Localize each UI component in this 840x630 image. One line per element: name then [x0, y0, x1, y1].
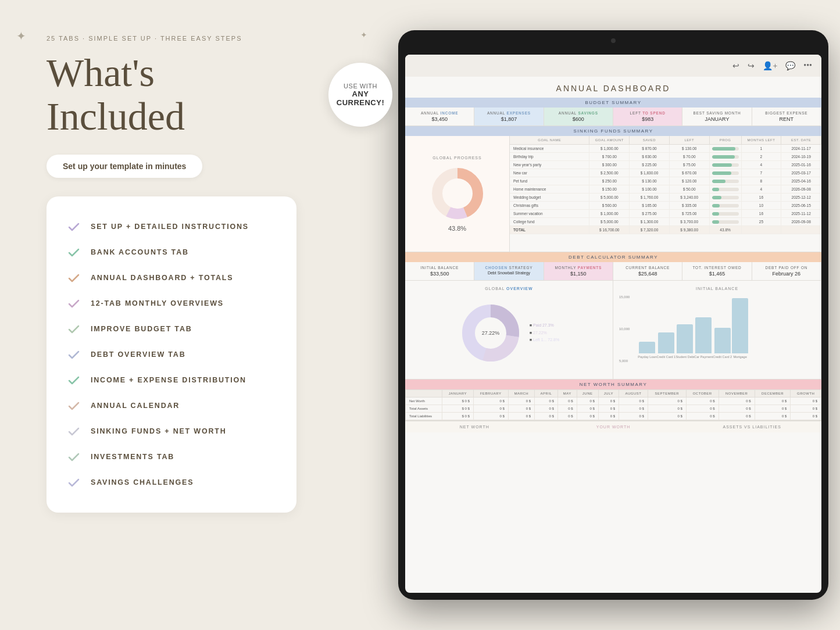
checklist-label-10: SAVINGS CHALLENGES	[91, 478, 194, 486]
checklist-label-5: DEBT OVERVIEW TAB	[91, 350, 185, 359]
nw-val: $ 0 $	[442, 398, 473, 405]
checklist-label-4: IMPROVE BUDGET TAB	[91, 325, 192, 333]
funds-row-date-2: 2025-01-16	[781, 161, 821, 169]
progress-fill-1	[712, 155, 735, 159]
bar-cc2-label: Credit Card 2	[713, 355, 732, 359]
bar-cc2-fill	[714, 328, 731, 353]
funds-row-2: New year's party $ 300.00 $ 225.00 $ 75.…	[510, 161, 821, 169]
funds-row-saved-1: $ 630.00	[630, 153, 670, 160]
funds-row-goal-4: $ 250.00	[589, 177, 630, 185]
donut-percentage: 43.8%	[448, 225, 466, 232]
nw-row-assets: Total Assets $ 0 $ 0 $ 0 $ 0 $ 0 $ 0 $ 0…	[406, 405, 821, 413]
global-progress-label: GLOBAL PROGRESS	[432, 156, 481, 160]
funds-row-left-1: $ 70.00	[670, 153, 710, 160]
bar-car-fill	[695, 317, 712, 353]
bar-payday-label: Payday Loan	[638, 355, 656, 359]
tablet-device: ↩ ↪ 👤+ 💬 ••• ANNUAL DASHBOARD BUDGET SUM…	[398, 30, 828, 600]
funds-row-goal-3: $ 2,500.00	[589, 169, 630, 177]
more-icon[interactable]: •••	[803, 61, 812, 70]
funds-col-name: GOAL NAME	[510, 136, 589, 144]
nw-col-jan: JANUARY	[442, 390, 473, 398]
checklist-item-4: IMPROVE BUDGET TAB	[67, 316, 276, 342]
global-overview-section: GLOBAL OVERVIEW 27.22% ■ Paid 27.3% ■ 27…	[405, 281, 613, 379]
checklist-card: SET UP + DETAILED INSTRUCTIONS BANK ACCO…	[47, 196, 296, 513]
funds-total-left: $ 9,380.00	[670, 226, 710, 234]
debt-payments: MONTHLY PAYMENTS $1,150	[544, 262, 613, 280]
progress-fill-4	[712, 180, 726, 183]
funds-row-saved-2: $ 225.00	[630, 161, 670, 169]
comment-icon[interactable]: 💬	[785, 61, 795, 71]
checklist-label-3: 12-TAB MONTHLY OVERVIEWS	[91, 299, 224, 307]
bottom-label-yw: YOUR WORTH	[544, 425, 683, 429]
funds-row-date-5: 2026-09-08	[781, 185, 821, 193]
funds-row-4: Pet fund $ 250.00 $ 130.00 $ 120.00 8 20…	[510, 177, 821, 185]
nw-label-networth: Net Worth	[406, 398, 442, 405]
funds-row-months-7: 10	[742, 202, 782, 209]
y-label-10k: 10,000	[619, 327, 630, 331]
nw-col-may: MAY	[557, 390, 577, 398]
funds-row-left-9: $ 3,700.00	[670, 218, 710, 225]
funds-row-goal-9: $ 5,000.00	[589, 218, 630, 225]
funds-row-left-5: $ 50.00	[670, 185, 710, 193]
checklist-item-3: 12-TAB MONTHLY OVERVIEWS	[67, 291, 276, 316]
net-worth-section: JANUARY FEBRUARY MARCH APRIL MAY JUNE JU…	[405, 389, 821, 421]
funds-row-date-7: 2025-06-15	[781, 202, 821, 209]
nw-col-growth: GROWTH	[791, 390, 821, 398]
funds-row-prog-4	[710, 177, 742, 185]
use-with-line3: CURRENCY!	[337, 98, 385, 107]
checklist-item-10: SAVINGS CHALLENGES	[67, 470, 276, 495]
debt-interest: TOT. INTEREST OWED $1,465	[682, 262, 752, 280]
progress-fill-2	[712, 163, 732, 167]
funds-row-name-3: New car	[510, 169, 589, 177]
checklist-label-2: ANNUAL DASHBOARD + TOTALS	[91, 274, 233, 282]
funds-row-9: College fund $ 5,000.00 $ 1,300.00 $ 3,7…	[510, 218, 821, 226]
budget-header: BUDGET SUMMARY	[405, 98, 821, 108]
funds-row-left-0: $ 130.00	[670, 145, 710, 152]
progress-bg-0	[712, 147, 739, 151]
funds-row-prog-3	[710, 169, 742, 177]
funds-row-goal-2: $ 300.00	[589, 161, 630, 169]
funds-total-goal: $ 16,700.00	[589, 226, 630, 234]
redo-icon[interactable]: ↪	[748, 61, 755, 71]
check-icon-3	[67, 297, 80, 310]
funds-row-left-3: $ 670.00	[670, 169, 710, 177]
funds-row-7: Christmas gifts $ 500.00 $ 165.00 $ 335.…	[510, 202, 821, 210]
bar-student: Student Debt	[675, 324, 694, 359]
funds-row-0: Medical insurance $ 1,000.00 $ 870.00 $ …	[510, 145, 821, 153]
funds-row-name-7: Christmas gifts	[510, 202, 589, 209]
sinking-donut-section: GLOBAL PROGRESS 43.8%	[405, 136, 510, 252]
add-user-icon[interactable]: 👤+	[763, 61, 777, 71]
bar-cc1: Credit Card 1	[656, 332, 675, 359]
funds-row-name-5: Home maintenance	[510, 185, 589, 193]
funds-col-amount: GOAL AMOUNT	[589, 136, 630, 144]
funds-row-left-8: $ 725.00	[670, 210, 710, 217]
nw-label-liabilities: Total Liabilities	[406, 413, 442, 420]
y-axis: 15,000 10,000 5,000	[619, 295, 632, 371]
bar-mortgage-fill	[732, 298, 748, 353]
budget-cell-best-month: BEST SAVING MONTH JANUARY	[682, 108, 752, 126]
progress-fill-9	[712, 220, 719, 224]
bar-car-label: Car Payment	[694, 355, 713, 359]
budget-cell-income: ANNUAL INCOME $3,450	[405, 108, 474, 126]
funds-row-prog-9	[710, 218, 742, 225]
funds-row-months-5: 4	[742, 185, 782, 193]
progress-bg-3	[712, 171, 739, 175]
budget-cell-left: LEFT TO SPEND $983	[613, 108, 682, 126]
funds-rows: Medical insurance $ 1,000.00 $ 870.00 $ …	[510, 145, 821, 226]
sheet-title: ANNUAL DASHBOARD	[405, 77, 821, 98]
funds-row-prog-1	[710, 153, 742, 160]
progress-bg-7	[712, 204, 739, 207]
debt-strategy: CHOOSEN STRATEGY Debt Snowball Strategy	[474, 262, 544, 280]
nw-col-jul: JULY	[598, 390, 619, 398]
y-label-5k: 5,000	[619, 359, 630, 363]
bar-chart-wrapper: 15,000 10,000 5,000 Payday Loan	[619, 295, 815, 371]
funds-row-8: Summer vacation $ 1,000.00 $ 275.00 $ 72…	[510, 210, 821, 218]
right-panel: ↩ ↪ 👤+ 💬 ••• ANNUAL DASHBOARD BUDGET SUM…	[323, 0, 840, 630]
check-icon-8	[67, 425, 80, 438]
funds-row-date-6: 2025-12-12	[781, 194, 821, 201]
funds-row-5: Home maintenance $ 150.00 $ 100.00 $ 50.…	[510, 185, 821, 194]
undo-icon[interactable]: ↩	[732, 61, 739, 71]
nw-col-sep: SEPTEMBER	[648, 390, 686, 398]
funds-row-months-0: 1	[742, 145, 782, 152]
funds-row-name-0: Medical insurance	[510, 145, 589, 152]
